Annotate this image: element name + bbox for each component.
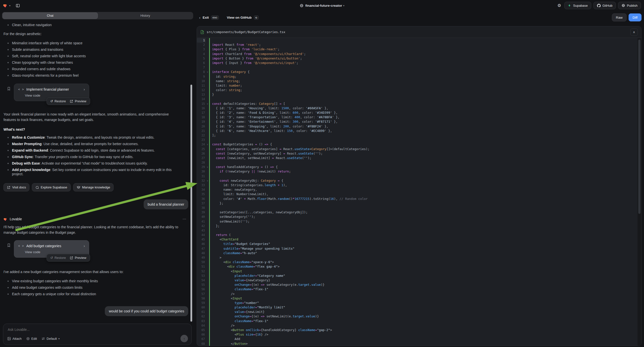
line-number: 58: [197, 296, 206, 301]
message-menu-button[interactable]: ⋯: [182, 217, 187, 221]
code-line: 45 <ChartCard: [197, 237, 637, 242]
fold-chevron-icon: [206, 120, 209, 124]
code-line: 67 Add: [197, 337, 637, 341]
chat-message-list[interactable]: Clean, intuitive navigationFor the desig…: [0, 21, 195, 323]
external-link-icon: [7, 186, 10, 189]
code-scrollbar[interactable]: [638, 40, 640, 214]
fold-chevron-icon: [206, 214, 209, 219]
message-paragraph: I've added a new budget categories manag…: [4, 269, 180, 274]
fold-chevron-icon: [206, 233, 209, 237]
restore-button[interactable]: ↺Restore: [50, 256, 66, 260]
send-button[interactable]: ↑: [180, 335, 188, 342]
code-file-card: src/components/budget/BudgetCategories.t…: [197, 26, 642, 346]
line-number: 25: [197, 147, 206, 151]
fold-chevron-icon: [206, 278, 209, 282]
line-number: 5: [197, 56, 206, 61]
code-line: 54 value={newCategory}: [197, 278, 637, 282]
code-line: 65 <Button onClick={handleAddCategory} c…: [197, 328, 637, 332]
fold-chevron-icon: [206, 42, 209, 47]
code-line: 58 <Input: [197, 296, 637, 301]
fold-chevron-icon: [206, 124, 209, 129]
diff-added-gutter: [209, 319, 210, 323]
preview-button[interactable]: Preview: [70, 256, 86, 260]
view-on-github-button[interactable]: View on GitHub: [227, 16, 252, 20]
restore-icon: ↺: [50, 256, 53, 260]
visit-docs-button[interactable]: Visit docs: [4, 183, 29, 192]
diff-added-gutter: [209, 38, 210, 42]
raw-button[interactable]: Raw: [612, 14, 626, 22]
code-panel: ‹ Exit ESC View on GitHub G Raw Diff src…: [195, 0, 644, 347]
mode-select[interactable]: Default ▾: [41, 337, 60, 340]
diff-added-gutter: [209, 124, 210, 129]
line-number: 62: [197, 314, 206, 318]
diff-added-gutter: [209, 197, 210, 201]
bookmark-icon[interactable]: [7, 243, 11, 248]
chat-panel: Chat History Clean, intuitive navigation…: [0, 11, 195, 347]
user-message-row: would be cool if you could add budget ca…: [4, 306, 191, 316]
chat-scrollbar[interactable]: [190, 85, 192, 322]
fold-chevron-icon: [206, 282, 209, 287]
fold-chevron-icon: [206, 237, 209, 242]
fold-chevron-icon[interactable]: ∨: [206, 70, 209, 74]
diff-button[interactable]: Diff: [628, 14, 642, 22]
line-number: 12: [197, 88, 206, 92]
chevron-down-icon[interactable]: ▾: [9, 4, 10, 7]
code-line: 2import React from 'react';: [197, 42, 637, 47]
fold-chevron-icon: [206, 138, 209, 142]
fold-chevron-icon: [206, 84, 209, 88]
view-code-link[interactable]: View code: [18, 94, 85, 97]
code-line: 68 </Button>: [197, 342, 637, 346]
attach-button[interactable]: Attach: [7, 337, 22, 340]
code-line: 48 className="h-auto": [197, 251, 637, 256]
chevron-right-icon: ›: [84, 244, 85, 248]
line-number: 36: [197, 197, 206, 201]
chat-input[interactable]: [8, 328, 187, 332]
line-number: 68: [197, 342, 206, 346]
chat-composer: Attach Edit Default ▾: [3, 324, 192, 345]
bookmark-icon[interactable]: [7, 87, 11, 91]
restore-button[interactable]: ↺Restore: [50, 99, 66, 103]
code-line: 11 limit: number;: [197, 84, 637, 88]
fold-chevron-icon: [206, 106, 209, 110]
diff-added-gutter: [209, 323, 210, 328]
fold-chevron-icon: [206, 310, 209, 314]
preview-button[interactable]: Preview: [70, 99, 86, 103]
fold-chevron-icon[interactable]: ∨: [206, 142, 209, 146]
manage-knowledge-button[interactable]: Manage knowledge: [73, 183, 114, 192]
diff-added-gutter: [209, 206, 210, 210]
fold-chevron-icon: [206, 274, 209, 278]
explore-supabase-button[interactable]: Explore Supabase: [32, 183, 70, 192]
line-number: 55: [197, 282, 206, 287]
tab-history[interactable]: History: [98, 12, 193, 19]
file-added-icon: [200, 30, 204, 34]
fold-chevron-icon[interactable]: ∨: [206, 102, 209, 106]
fold-chevron-icon[interactable]: ∨: [206, 165, 209, 169]
code-line: 9 id: string;: [197, 74, 637, 79]
code-editor[interactable]: 12import React from 'react';3import { Pl…: [197, 38, 637, 346]
list-item: Glass-morphic elements for a premium fee…: [4, 74, 180, 78]
exit-button[interactable]: Exit: [203, 16, 209, 20]
line-number: 4: [197, 52, 206, 56]
back-chevron-icon[interactable]: ‹: [199, 16, 200, 20]
diff-added-gutter: [209, 110, 210, 115]
diff-added-gutter: [209, 165, 210, 169]
lovable-heart-icon[interactable]: [3, 3, 8, 8]
version-card[interactable]: < >Add budget categories›View code↺Resto…: [14, 240, 89, 258]
diff-added-gutter: [209, 92, 210, 97]
tab-chat[interactable]: Chat: [2, 12, 98, 19]
collapse-file-button[interactable]: ∧: [630, 28, 638, 36]
code-line: 61 value={newLimit}: [197, 310, 637, 314]
diff-added-gutter: [209, 332, 210, 337]
diff-added-gutter: [209, 228, 210, 233]
edit-button[interactable]: Edit: [26, 337, 37, 340]
diff-added-gutter: [209, 292, 210, 296]
fold-chevron-icon: [206, 228, 209, 233]
line-number: 21: [197, 129, 206, 133]
line-number: 16: [197, 106, 206, 110]
sidebar-toggle-icon[interactable]: [15, 3, 20, 8]
view-code-link[interactable]: View code: [18, 250, 85, 254]
version-card[interactable]: < >Implement financial planner›View code…: [14, 84, 89, 101]
fold-chevron-icon[interactable]: ∨: [206, 178, 209, 183]
external-link-icon: [70, 256, 73, 260]
diff-added-gutter: [209, 337, 210, 341]
